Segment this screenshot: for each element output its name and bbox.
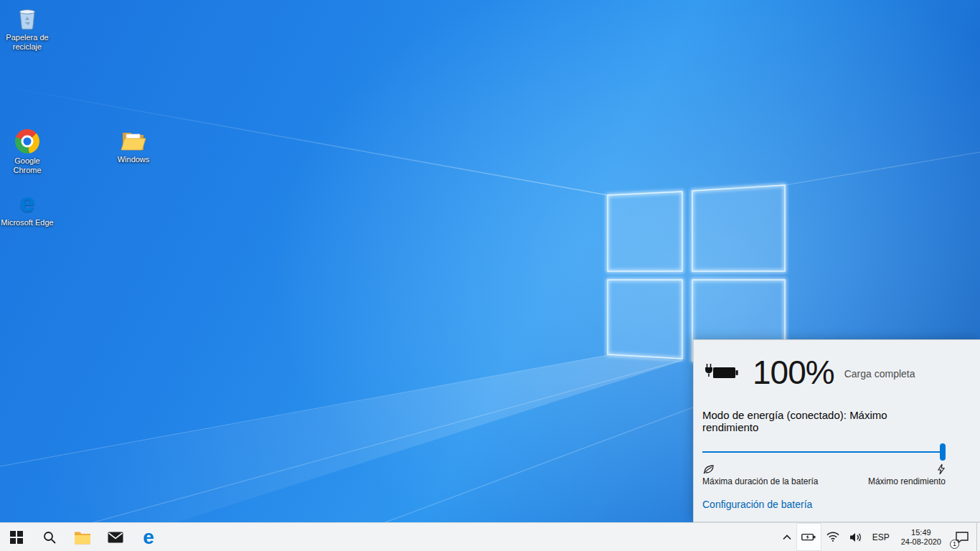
clock-date: 24-08-2020 [901, 537, 941, 547]
search-icon [42, 530, 57, 545]
desktop-icon-label: Papelera de reciclaje [0, 33, 55, 52]
battery-settings-link[interactable]: Configuración de batería [702, 499, 812, 510]
folder-icon [74, 530, 91, 545]
desktop-icon-label: Microsoft Edge [1, 218, 53, 227]
slider-labels-row: Máxima duración de la batería Máximo ren… [702, 463, 946, 486]
taskbar: e [0, 522, 980, 551]
action-center-button[interactable]: 1 [948, 523, 976, 551]
windows-logo-icon [10, 531, 23, 544]
slider-track[interactable] [702, 451, 946, 453]
start-button[interactable] [0, 523, 33, 551]
desktop-icon-label: Google Chrome [0, 156, 55, 175]
lightning-icon [937, 463, 946, 475]
slider-thumb[interactable] [940, 443, 946, 461]
battery-percent: 100% [753, 353, 834, 392]
tray-volume-button[interactable] [844, 523, 867, 551]
desktop-icon-label: Windows [118, 155, 150, 164]
file-explorer-button[interactable] [66, 523, 99, 551]
search-button[interactable] [33, 523, 66, 551]
battery-status-text: Carga completa [844, 365, 915, 380]
wifi-icon [826, 532, 839, 542]
desktop-icon-recycle-bin[interactable]: Papelera de reciclaje [0, 6, 55, 52]
battery-flyout: 100% Carga completa Modo de energía (con… [693, 339, 980, 522]
system-tray: ESP 15:49 24-08-2020 1 [778, 523, 980, 551]
recycle-bin-icon [17, 6, 38, 30]
taskbar-clock[interactable]: 15:49 24-08-2020 [895, 523, 948, 551]
tray-network-button[interactable] [821, 523, 844, 551]
speaker-icon [849, 532, 862, 543]
notification-badge: 1 [950, 540, 959, 549]
slider-right-label: Máximo rendimiento [868, 476, 946, 486]
clock-time: 15:49 [911, 528, 931, 537]
leaf-icon [702, 463, 715, 475]
language-indicator[interactable]: ESP [867, 523, 895, 551]
power-mode-label: Modo de energía (conectado): Máximo rend… [702, 409, 946, 433]
performance-side: Máximo rendimiento [868, 463, 946, 486]
mail-icon [108, 531, 123, 544]
battery-status-row: 100% Carga completa [702, 352, 946, 393]
edge-icon: e [20, 191, 35, 215]
folder-icon [121, 129, 146, 152]
tray-battery-button[interactable] [796, 523, 821, 551]
edge-icon: e [143, 527, 154, 547]
mail-button[interactable] [99, 523, 132, 551]
tray-chevron-button[interactable] [778, 523, 796, 551]
desktop-icon-windows-folder[interactable]: Windows [106, 129, 161, 164]
power-mode-slider[interactable] [702, 443, 946, 461]
taskbar-left: e [0, 523, 165, 551]
battery-tray-icon [801, 532, 816, 542]
battery-saver-side: Máxima duración de la batería [702, 463, 818, 486]
language-label: ESP [872, 532, 890, 542]
battery-plugged-icon [702, 362, 741, 383]
slider-left-label: Máxima duración de la batería [702, 476, 818, 486]
edge-button[interactable]: e [132, 523, 165, 551]
chevron-up-icon [783, 534, 791, 540]
chrome-icon [15, 129, 39, 154]
desktop-icon-google-chrome[interactable]: Google Chrome [0, 129, 55, 175]
show-desktop-strip[interactable] [976, 523, 980, 551]
desktop-icon-microsoft-edge[interactable]: e Microsoft Edge [0, 191, 55, 227]
